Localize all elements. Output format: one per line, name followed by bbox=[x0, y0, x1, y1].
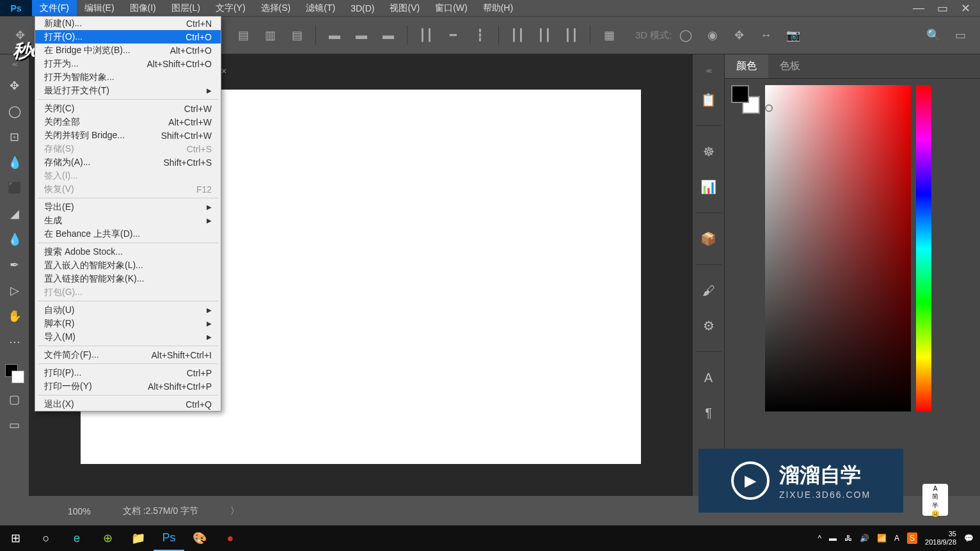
menu-file[interactable]: 文件(F) bbox=[32, 0, 77, 16]
menu-checkin[interactable]: 签入(I)... bbox=[35, 169, 221, 182]
menu-file-info[interactable]: 文件简介(F)...Alt+Shift+Ctrl+I bbox=[35, 348, 221, 362]
cortana-icon[interactable]: ○ bbox=[31, 525, 61, 551]
brushes-panel-icon[interactable]: 🖌 bbox=[699, 281, 718, 300]
file-explorer-icon[interactable]: 📁 bbox=[123, 525, 154, 551]
distribute-spacing-icon[interactable]: ┇ bbox=[470, 26, 489, 45]
eyedropper-tool-icon[interactable]: 💧 bbox=[5, 153, 24, 172]
menu-close-all[interactable]: 关闭全部Alt+Ctrl+W bbox=[35, 115, 221, 129]
blur-tool-icon[interactable]: 💧 bbox=[5, 230, 24, 249]
menu-browse-bridge[interactable]: 在 Bridge 中浏览(B)...Alt+Ctrl+O bbox=[35, 44, 221, 57]
expand-icon[interactable]: ≪ bbox=[706, 67, 712, 74]
menu-close-bridge[interactable]: 关闭并转到 Bridge...Shift+Ctrl+W bbox=[35, 129, 221, 142]
menu-package[interactable]: 打包(G)... bbox=[35, 285, 221, 299]
menu-place-embedded[interactable]: 置入嵌入的智能对象(L)... bbox=[35, 259, 221, 272]
close-icon[interactable]: ✕ bbox=[961, 1, 970, 15]
align-left-icon[interactable]: ▤ bbox=[233, 26, 253, 45]
menu-revert[interactable]: 恢复(V)F12 bbox=[35, 182, 221, 196]
quickmask-icon[interactable]: ▢ bbox=[5, 390, 24, 409]
menu-filter[interactable]: 滤镜(T) bbox=[298, 0, 343, 16]
color-field[interactable] bbox=[765, 85, 911, 411]
menu-export[interactable]: 导出(E)▶ bbox=[35, 200, 221, 214]
menu-behance[interactable]: 在 Behance 上共享(D)... bbox=[35, 227, 221, 241]
menu-3d[interactable]: 3D(D) bbox=[343, 0, 382, 16]
align-center-h-icon[interactable]: ▥ bbox=[260, 26, 280, 45]
move-tool-icon[interactable]: ✥ bbox=[5, 76, 24, 95]
network-icon[interactable]: 🖧 bbox=[844, 534, 852, 543]
lasso-tool-icon[interactable]: ◯ bbox=[5, 102, 24, 121]
menu-generate[interactable]: 生成▶ bbox=[35, 214, 221, 227]
fg-bg-swatch-large[interactable] bbox=[731, 85, 760, 114]
screenmode-icon[interactable]: ▭ bbox=[5, 415, 24, 435]
crop-tool-icon[interactable]: ⊡ bbox=[5, 127, 24, 147]
align-right-icon[interactable]: ▤ bbox=[287, 26, 306, 45]
histogram-panel-icon[interactable]: 📊 bbox=[699, 177, 718, 196]
battery-icon[interactable]: ▬ bbox=[829, 534, 837, 543]
photoshop-taskbar-icon[interactable]: Ps bbox=[154, 525, 184, 551]
align-top-icon[interactable]: ▬ bbox=[325, 26, 344, 45]
3d-pan-icon[interactable]: ✥ bbox=[730, 26, 749, 45]
menu-open-as[interactable]: 打开为...Alt+Shift+Ctrl+O bbox=[35, 57, 221, 70]
distribute-icon[interactable]: ┃┃ bbox=[508, 26, 527, 45]
menu-import[interactable]: 导入(M)▶ bbox=[35, 330, 221, 344]
menu-view[interactable]: 视图(V) bbox=[382, 0, 427, 16]
brush-settings-panel-icon[interactable]: ⚙ bbox=[699, 316, 718, 335]
more-tools-icon[interactable]: ⋯ bbox=[5, 332, 24, 351]
ime-icon[interactable]: A bbox=[894, 534, 899, 543]
search-icon[interactable]: 🔍 bbox=[924, 26, 943, 45]
auto-align-icon[interactable]: ▦ bbox=[599, 26, 619, 45]
menu-automate[interactable]: 自动(U)▶ bbox=[35, 303, 221, 317]
distribute-v-icon[interactable]: ━ bbox=[443, 26, 462, 45]
distribute-icon[interactable]: ┃┃ bbox=[562, 26, 581, 45]
menu-scripts[interactable]: 脚本(R)▶ bbox=[35, 317, 221, 330]
distribute-h-icon[interactable]: ┃┃ bbox=[416, 26, 436, 45]
close-tab-icon[interactable]: × bbox=[221, 66, 232, 76]
color-tab[interactable]: 颜色 bbox=[725, 54, 768, 78]
foreground-large[interactable] bbox=[731, 85, 749, 103]
3d-slide-icon[interactable]: ↔ bbox=[757, 26, 776, 45]
menu-open[interactable]: 打开(O)...Ctrl+O bbox=[35, 30, 221, 44]
foreground-background-swatch[interactable] bbox=[5, 364, 24, 383]
menu-layer[interactable]: 图层(L) bbox=[164, 0, 208, 16]
menu-select[interactable]: 选择(S) bbox=[253, 0, 299, 16]
menu-close[interactable]: 关闭(C)Ctrl+W bbox=[35, 102, 221, 115]
menu-window[interactable]: 窗口(W) bbox=[427, 0, 475, 16]
background-color[interactable] bbox=[12, 371, 24, 383]
menu-edit[interactable]: 编辑(E) bbox=[77, 0, 122, 16]
sogou-icon[interactable]: S bbox=[907, 532, 917, 544]
libraries-panel-icon[interactable]: 📦 bbox=[699, 229, 718, 248]
menu-adobe-stock[interactable]: 搜索 Adobe Stock... bbox=[35, 245, 221, 259]
align-bottom-icon[interactable]: ▬ bbox=[379, 26, 398, 45]
3d-orbit-icon[interactable]: ◯ bbox=[676, 26, 695, 45]
menu-print-one[interactable]: 打印一份(Y)Alt+Shift+Ctrl+P bbox=[35, 379, 221, 393]
history-panel-icon[interactable]: 📋 bbox=[699, 90, 718, 109]
workspace-icon[interactable]: ▭ bbox=[951, 26, 970, 45]
swatches-tab[interactable]: 色板 bbox=[768, 54, 812, 78]
wifi-icon[interactable]: 📶 bbox=[877, 534, 887, 543]
menu-place-linked[interactable]: 置入链接的智能对象(K)... bbox=[35, 272, 221, 285]
menu-save-as[interactable]: 存储为(A)...Shift+Ctrl+S bbox=[35, 156, 221, 169]
pen-tool-icon[interactable]: ✒ bbox=[5, 255, 24, 275]
doc-info[interactable]: 文档 :2.57M/0 字节 bbox=[123, 506, 198, 517]
zoom-level[interactable]: 100% bbox=[68, 506, 91, 516]
volume-icon[interactable]: 🔊 bbox=[860, 534, 869, 543]
hand-tool-icon[interactable]: ✋ bbox=[5, 307, 24, 326]
notification-icon[interactable]: 💬 bbox=[964, 534, 974, 543]
clock[interactable]: 35 2018/9/28 bbox=[925, 530, 956, 547]
browser-icon[interactable]: ⊕ bbox=[92, 525, 123, 551]
start-button-icon[interactable]: ⊞ bbox=[0, 525, 31, 551]
align-center-v-icon[interactable]: ▬ bbox=[352, 26, 371, 45]
menu-image[interactable]: 图像(I) bbox=[122, 0, 164, 16]
minimize-icon[interactable]: — bbox=[913, 1, 924, 15]
navigator-panel-icon[interactable]: ☸ bbox=[699, 142, 718, 161]
distribute-icon[interactable]: ┃┃ bbox=[535, 26, 554, 45]
paragraph-panel-icon[interactable]: ¶ bbox=[699, 403, 718, 422]
menu-recent[interactable]: 最近打开文件(T)▶ bbox=[35, 84, 221, 97]
menu-new[interactable]: 新建(N)...Ctrl+N bbox=[35, 17, 221, 30]
menu-help[interactable]: 帮助(H) bbox=[475, 0, 521, 16]
menu-save[interactable]: 存储(S)Ctrl+S bbox=[35, 142, 221, 156]
path-select-tool-icon[interactable]: ▷ bbox=[5, 281, 24, 300]
record-icon[interactable]: ● bbox=[215, 525, 246, 551]
hue-slider[interactable] bbox=[916, 85, 931, 411]
menu-print[interactable]: 打印(P)...Ctrl+P bbox=[35, 366, 221, 379]
edge-icon[interactable]: e bbox=[61, 525, 92, 551]
